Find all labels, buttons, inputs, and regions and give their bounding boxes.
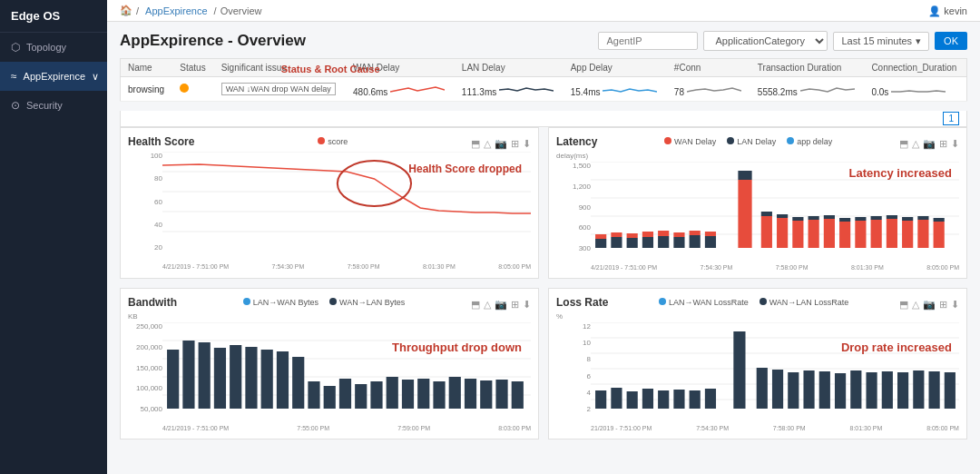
- page-header: AppExpirence - Overview ApplicationCateg…: [120, 31, 967, 51]
- svg-rect-79: [495, 380, 507, 409]
- svg-rect-66: [292, 357, 304, 409]
- svg-rect-61: [214, 348, 226, 409]
- x-axis: 21/2019 - 7:51:00 PM 7:54:30 PM 7:58:00 …: [591, 425, 959, 431]
- app-logo: Edge OS: [0, 0, 107, 33]
- conn-dur-spark: [891, 81, 946, 95]
- svg-rect-108: [945, 372, 956, 409]
- svg-rect-48: [902, 217, 913, 221]
- app-category-select[interactable]: ApplicationCategory: [703, 31, 828, 51]
- toolbar-icon-1[interactable]: ⬒: [899, 299, 908, 311]
- svg-rect-91: [658, 390, 669, 409]
- x-axis: 4/21/2019 - 7:51:00 PM 7:54:30 PM 7:58:0…: [162, 263, 531, 270]
- svg-rect-80: [512, 381, 524, 409]
- toolbar-icon-3[interactable]: 📷: [923, 299, 936, 311]
- cell-wan-delay: 480.6ms: [346, 77, 455, 102]
- bandwidth-unit: KB: [128, 312, 531, 321]
- ok-button[interactable]: OK: [935, 32, 967, 50]
- svg-rect-15: [627, 238, 638, 248]
- svg-rect-96: [757, 368, 768, 409]
- username: kevin: [944, 5, 967, 16]
- sidebar-item-appexpirence[interactable]: ≈ AppExpirence ∨: [0, 62, 107, 91]
- svg-rect-63: [245, 347, 257, 409]
- toolbar-icon-5[interactable]: ⬇: [523, 299, 531, 311]
- status-root-cause-label: Status & Root Cause: [281, 64, 380, 74]
- svg-rect-44: [871, 216, 882, 220]
- svg-rect-30: [761, 212, 772, 216]
- page-number[interactable]: 1: [943, 112, 959, 125]
- pagination: 1: [120, 111, 967, 127]
- cell-tx: 5558.2ms: [750, 77, 865, 102]
- toolbar-icon-5[interactable]: ⬇: [951, 138, 959, 150]
- table-row: browsing WAN ↓WAN drop WAN delay Status …: [121, 77, 967, 102]
- significant-badge: WAN ↓WAN drop WAN delay: [221, 83, 336, 95]
- svg-rect-35: [808, 220, 819, 248]
- svg-rect-32: [777, 214, 788, 218]
- svg-rect-104: [882, 371, 893, 409]
- svg-rect-78: [480, 380, 492, 409]
- bandwidth-annotation: Throughput drop down: [392, 341, 522, 354]
- svg-rect-34: [792, 217, 803, 221]
- toolbar-icon-2[interactable]: △: [912, 138, 919, 150]
- toolbar-icon-1[interactable]: ⬒: [899, 138, 908, 150]
- svg-rect-20: [658, 231, 669, 236]
- svg-rect-75: [433, 381, 445, 409]
- toolbar-icon-1[interactable]: ⬒: [471, 299, 480, 311]
- svg-rect-71: [370, 381, 382, 409]
- chart-plot: [162, 322, 531, 413]
- sidebar: Edge OS ⬡ Topology ≈ AppExpirence ∨ ⊙ Se…: [0, 0, 107, 474]
- svg-rect-23: [690, 235, 701, 248]
- svg-rect-100: [819, 371, 830, 409]
- lossrate-chart-toolbar: ⬒ △ 📷 ⊞ ⬇: [899, 299, 959, 311]
- svg-rect-93: [690, 390, 701, 409]
- toolbar-icon-2[interactable]: △: [484, 299, 491, 311]
- lossrate-chart: Loss Rate LAN→WAN LossRate WAN→LAN LossR…: [548, 288, 967, 439]
- breadcrumb-app[interactable]: AppExpirence: [145, 5, 208, 16]
- latency-chart-toolbar: ⬒ △ 📷 ⊞ ⬇: [899, 138, 959, 150]
- toolbar-icon-5[interactable]: ⬇: [523, 138, 531, 150]
- time-select[interactable]: Last 15 minutes ▾: [833, 32, 929, 51]
- status-indicator: [180, 84, 189, 93]
- toolbar-icon-4[interactable]: ⊞: [939, 299, 947, 311]
- home-icon[interactable]: 🏠: [120, 5, 132, 16]
- latency-title: Latency: [556, 135, 597, 148]
- toolbar-icon-4[interactable]: ⊞: [511, 138, 519, 150]
- security-icon: ⊙: [11, 99, 20, 112]
- svg-rect-62: [230, 345, 241, 409]
- svg-rect-40: [839, 218, 850, 222]
- bandwidth-title: Bandwith: [128, 296, 177, 309]
- toolbar-icon-3[interactable]: 📷: [923, 138, 936, 150]
- svg-rect-27: [738, 180, 751, 248]
- toolbar-icon-2[interactable]: △: [912, 299, 919, 311]
- svg-rect-105: [897, 372, 908, 409]
- svg-rect-58: [167, 350, 179, 409]
- toolbar-icon-5[interactable]: ⬇: [951, 299, 959, 311]
- toolbar-icon-1[interactable]: ⬒: [471, 138, 480, 150]
- toolbar-icon-4[interactable]: ⊞: [511, 299, 519, 311]
- toolbar-icon-4[interactable]: ⊞: [939, 138, 947, 150]
- toolbar-icon-3[interactable]: 📷: [495, 138, 507, 150]
- svg-rect-77: [465, 379, 476, 409]
- col-tx: Transaction Duration: [750, 59, 865, 77]
- lossrate-chart-area: 12108642: [556, 322, 959, 431]
- content-area: AppExpirence - Overview ApplicationCateg…: [107, 22, 980, 474]
- y-axis: 12108642: [556, 322, 591, 413]
- latency-chart: Latency WAN Delay LAN Delay app delay ⬒ …: [548, 127, 967, 279]
- svg-rect-60: [199, 342, 211, 409]
- sidebar-item-topology[interactable]: ⬡ Topology: [0, 33, 107, 62]
- bandwidth-chart-area: 250,000200,000150,000100,00050,000: [128, 322, 531, 431]
- toolbar-icon-3[interactable]: 📷: [495, 299, 507, 311]
- svg-rect-65: [277, 351, 289, 409]
- lossrate-unit: %: [556, 312, 959, 321]
- svg-rect-16: [627, 233, 638, 238]
- svg-rect-41: [855, 221, 866, 248]
- svg-rect-33: [792, 221, 803, 248]
- svg-rect-37: [824, 219, 835, 248]
- agent-ip-input[interactable]: [598, 32, 698, 50]
- tx-spark: [800, 81, 855, 95]
- sidebar-item-security[interactable]: ⊙ Security: [0, 91, 107, 120]
- svg-rect-95: [733, 331, 745, 409]
- topbar: 🏠 / AppExpirence / Overview: [107, 0, 980, 22]
- bandwidth-chart: Bandwith LAN→WAN Bytes WAN→LAN Bytes ⬒ △…: [120, 288, 539, 439]
- toolbar-icon-2[interactable]: △: [484, 138, 491, 150]
- svg-rect-70: [355, 384, 367, 409]
